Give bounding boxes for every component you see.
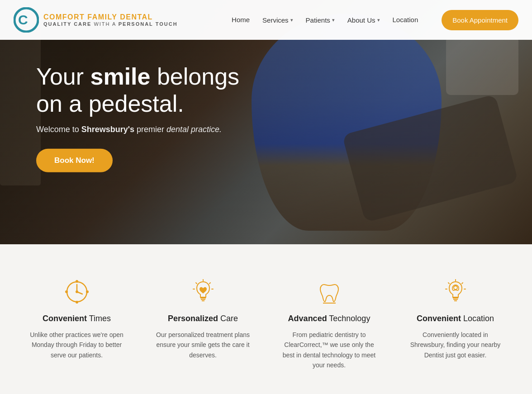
tooth-icon <box>314 276 345 308</box>
feature-title-advanced-technology: Advanced Technology <box>288 314 370 323</box>
svg-point-6 <box>76 280 78 283</box>
hero-cta-button[interactable]: Book Now! <box>36 148 113 172</box>
features-section: Convenient Times Unlike other practices … <box>0 244 532 394</box>
heart-bulb-icon <box>187 276 219 308</box>
svg-line-16 <box>196 283 197 284</box>
feature-convenient-location: Convenient Location Conveniently located… <box>397 271 514 375</box>
nav-links: Home Services Patients About Us Location… <box>232 10 518 30</box>
feature-desc-convenient-location: Conveniently located in Shrewsbury, find… <box>406 330 505 360</box>
feature-title-convenient-times: Convenient Times <box>43 314 111 323</box>
svg-point-8 <box>65 290 68 293</box>
nav-patients[interactable]: Patients <box>306 16 335 24</box>
features-grid: Convenient Times Unlike other practices … <box>18 271 514 375</box>
svg-line-26 <box>448 283 449 284</box>
nav-about[interactable]: About Us <box>347 16 380 24</box>
navbar: C COMFORT FAMILY DENTAL QUALITY CARE WIT… <box>0 0 532 40</box>
hero-subheading: Welcome to Shrewsbury's premier dental p… <box>36 124 239 134</box>
hero-heading: Your smile belongs on a pedestal. <box>36 63 239 118</box>
feature-desc-personalized-care: Our personalized treatment plans ensure … <box>153 330 252 360</box>
book-appointment-button[interactable]: Book Appointment <box>442 10 518 30</box>
feature-title-personalized-care: Personalized Care <box>168 314 238 323</box>
feature-personalized-care: Personalized Care Our personalized treat… <box>144 271 261 375</box>
logo-icon: C <box>14 7 39 33</box>
feature-convenient-times: Convenient Times Unlike other practices … <box>18 271 135 375</box>
feature-desc-advanced-technology: From pediatric dentistry to ClearCorrect… <box>280 330 379 370</box>
svg-point-9 <box>86 290 89 293</box>
logo-link[interactable]: C COMFORT FAMILY DENTAL QUALITY CARE WIT… <box>14 7 178 33</box>
svg-line-5 <box>77 292 82 294</box>
svg-point-22 <box>454 286 457 290</box>
svg-text:C: C <box>18 12 28 27</box>
brand-subtitle: QUALITY CARE WITH A PERSONAL TOUCH <box>43 21 178 27</box>
location-bulb-icon <box>440 276 471 308</box>
svg-line-24 <box>462 283 463 284</box>
feature-desc-convenient-times: Unlike other practices we're open Monday… <box>27 330 126 360</box>
nav-location[interactable]: Location <box>393 16 418 24</box>
hero-content: Your smile belongs on a pedestal. Welcom… <box>36 63 239 172</box>
feature-title-convenient-location: Convenient Location <box>417 314 494 323</box>
svg-point-7 <box>76 301 78 304</box>
clock-icon <box>61 276 93 308</box>
brand-title: COMFORT FAMILY DENTAL <box>43 13 178 21</box>
feature-advanced-technology: Advanced Technology From pediatric denti… <box>271 271 388 375</box>
nav-services[interactable]: Services <box>262 16 293 24</box>
svg-line-14 <box>209 283 210 284</box>
nav-home[interactable]: Home <box>232 16 250 24</box>
